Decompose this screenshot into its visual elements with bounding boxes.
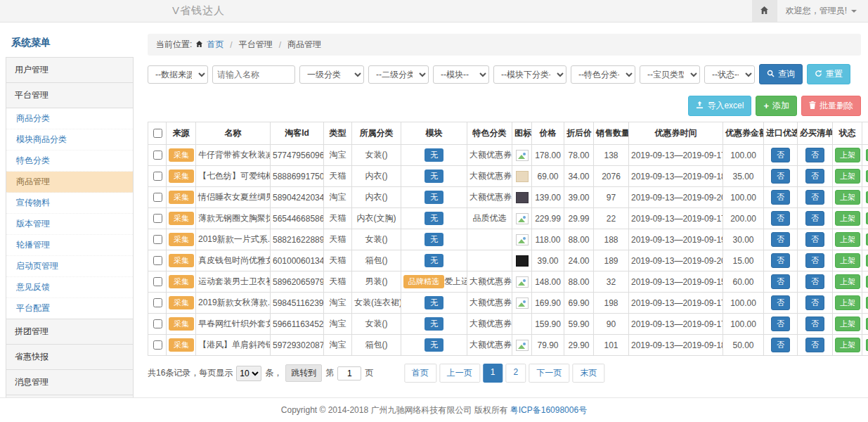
sidebar-group-1[interactable]: 平台管理	[6, 82, 134, 108]
sidebar-item-1-9[interactable]: 平台配置	[6, 298, 133, 319]
user-menu[interactable]: 欢迎您，管理员!	[777, 5, 868, 17]
sidebar-item-1-4[interactable]: 宣传物料	[6, 193, 133, 214]
breadcrumb-home-link[interactable]: 首页	[207, 39, 224, 51]
sidebar-item-1-2[interactable]: 特色分类	[6, 151, 133, 172]
product-category: 女装()	[352, 229, 401, 250]
page-button-2[interactable]: 1	[483, 364, 503, 383]
status-button[interactable]: 上架	[835, 169, 860, 184]
row-checkbox[interactable]	[153, 214, 162, 223]
row-checkbox[interactable]	[153, 298, 162, 307]
sidebar-item-1-3[interactable]: 商品管理	[6, 172, 133, 193]
filter-select-3[interactable]: --二级分类--	[368, 65, 429, 84]
page-button-4[interactable]: 下一页	[529, 364, 569, 383]
sidebar-item-1-5[interactable]: 版本管理	[6, 214, 133, 235]
must-buy-button[interactable]: 否	[805, 295, 824, 310]
sales-count: 101	[594, 335, 629, 356]
row-checkbox[interactable]	[153, 151, 162, 160]
import-optimal-button[interactable]: 否	[771, 338, 790, 352]
sidebar-group-5[interactable]: 订单管理	[6, 395, 134, 397]
filter-select-2[interactable]: 一级分类	[299, 65, 364, 84]
sidebar-group-3[interactable]: 省惠快报	[6, 344, 134, 370]
reset-button[interactable]: 重置	[807, 64, 850, 84]
filter-select-7[interactable]: --宝贝类型--	[640, 65, 700, 84]
batch-delete-button[interactable]: 批量删除	[801, 96, 861, 116]
import-optimal-button[interactable]: 否	[771, 232, 790, 247]
row-checkbox[interactable]	[153, 340, 162, 350]
filter-select-0[interactable]: --数据来源--	[148, 65, 208, 84]
row-checkbox[interactable]	[153, 319, 162, 328]
product-type: 天猫	[324, 166, 352, 187]
status-button[interactable]: 上架	[835, 295, 860, 310]
status-button[interactable]: 上架	[835, 316, 860, 331]
must-buy-button[interactable]: 否	[805, 253, 824, 268]
row-checkbox[interactable]	[153, 193, 162, 202]
jump-suffix: 页	[365, 367, 373, 379]
sidebar-group-0[interactable]: 用户管理	[6, 57, 134, 83]
sidebar-item-1-1[interactable]: 模块商品分类	[6, 129, 133, 151]
select-all-checkbox[interactable]	[153, 129, 162, 138]
import-excel-button[interactable]: 导入excel	[688, 96, 751, 116]
coupon-amount: 50.00	[723, 335, 764, 356]
sidebar-item-1-0[interactable]: 商品分类	[6, 108, 133, 129]
must-buy-button[interactable]: 否	[805, 211, 824, 226]
import-optimal-button[interactable]: 否	[771, 211, 790, 226]
status-button[interactable]: 上架	[835, 190, 860, 205]
sidebar-item-1-8[interactable]: 意见反馈	[6, 277, 133, 298]
status-button[interactable]: 上架	[835, 148, 860, 162]
filter-select-4[interactable]: --模块--	[433, 65, 489, 84]
import-optimal-button[interactable]: 否	[771, 190, 790, 205]
home-button[interactable]	[752, 0, 777, 22]
page-button-0[interactable]: 首页	[404, 364, 436, 383]
per-page-select[interactable]: 10	[236, 366, 261, 381]
product-category: 女装()	[352, 145, 401, 166]
coupon-time: 2019-09-13—2019-09-18	[629, 335, 723, 356]
must-buy-button[interactable]: 否	[805, 148, 824, 162]
sidebar-group-4[interactable]: 消息管理	[6, 369, 134, 395]
column-header: 类型	[324, 122, 352, 145]
row-checkbox[interactable]	[153, 277, 162, 286]
import-optimal-button[interactable]: 否	[771, 148, 790, 162]
must-buy-button[interactable]: 否	[805, 274, 824, 289]
search-button[interactable]: 查询	[759, 64, 803, 84]
status-button[interactable]: 上架	[835, 253, 860, 268]
must-buy-button[interactable]: 否	[805, 232, 824, 247]
filter-select-6[interactable]: --特色分类--	[571, 65, 635, 84]
coupon-amount: 60.00	[723, 271, 764, 293]
sidebar-group-2[interactable]: 拼团管理	[6, 319, 134, 345]
name-search-input[interactable]	[212, 65, 295, 84]
page-number-input[interactable]	[337, 366, 361, 381]
row-checkbox[interactable]	[153, 235, 162, 244]
must-buy-button[interactable]: 否	[805, 169, 824, 184]
jump-button[interactable]: 跳转到	[285, 364, 322, 382]
import-optimal-button[interactable]: 否	[771, 316, 790, 331]
page-button-5[interactable]: 末页	[572, 364, 604, 383]
import-optimal-button[interactable]: 否	[771, 253, 790, 268]
row-checkbox[interactable]	[153, 256, 162, 265]
page-button-1[interactable]: 上一页	[439, 364, 480, 383]
column-header: 进口优选	[764, 122, 798, 145]
import-optimal-button[interactable]: 否	[771, 274, 790, 289]
icp-link[interactable]: 粤ICP备16098006号	[510, 404, 587, 416]
status-button[interactable]: 上架	[835, 232, 860, 247]
price: 79.90	[532, 335, 564, 356]
status-button[interactable]: 上架	[835, 211, 860, 226]
page-button-3[interactable]: 2	[506, 364, 526, 383]
status-button[interactable]: 上架	[835, 274, 860, 289]
add-button[interactable]: + 添加	[756, 96, 797, 116]
feature-label: 大额优惠券	[467, 271, 512, 293]
sidebar-item-1-6[interactable]: 轮播管理	[6, 235, 133, 256]
filter-select-8[interactable]: --状态--	[704, 65, 755, 84]
table-row: 采集【七色纺】可爱纯棉家...588869917501天猫内衣()无大额优惠券6…	[148, 166, 868, 187]
import-optimal-button[interactable]: 否	[771, 169, 790, 184]
filter-select-5[interactable]: --模块下分类--	[493, 65, 566, 84]
must-buy-button[interactable]: 否	[805, 190, 824, 205]
import-optimal-button[interactable]: 否	[771, 295, 790, 310]
sidebar-item-1-7[interactable]: 启动页管理	[6, 256, 133, 277]
must-buy-button[interactable]: 否	[805, 338, 824, 352]
taoke-id: 588869917501	[271, 166, 324, 187]
row-checkbox[interactable]	[153, 172, 162, 181]
status-button[interactable]: 上架	[835, 338, 860, 352]
must-buy-button[interactable]: 否	[805, 316, 824, 331]
product-category: 男装()	[352, 271, 401, 293]
trash-icon	[809, 101, 816, 111]
